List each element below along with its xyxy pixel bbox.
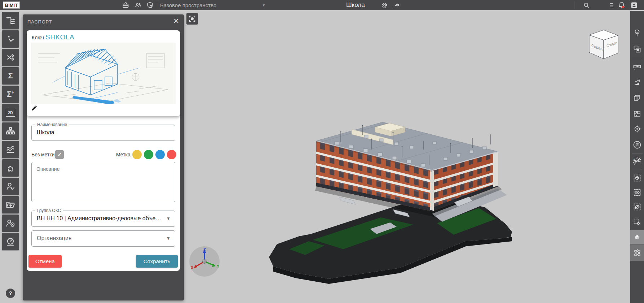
focus-point-icon (633, 125, 641, 133)
toolbar-view-2d[interactable]: 2D (2, 104, 19, 121)
tasks-list-icon[interactable] (607, 1, 614, 9)
security-shield-icon[interactable] (146, 1, 154, 9)
toolbar-shared-projects[interactable] (2, 196, 19, 213)
label-dot-green[interactable] (144, 150, 153, 159)
description-placeholder: Описание (36, 166, 59, 172)
toolbar-merge-flows[interactable] (2, 49, 19, 66)
toolbar-orbit-view[interactable] (630, 245, 644, 261)
toolbar-model-structure[interactable] (2, 12, 19, 29)
toolbar-clear-selection[interactable] (630, 215, 644, 229)
workspace-selector[interactable]: Базовое пространство ▼ (160, 0, 265, 10)
label-dot-blue[interactable] (155, 150, 165, 159)
view-cube[interactable]: Справа Сзади (586, 27, 622, 61)
label-dot-yellow[interactable] (132, 150, 142, 159)
axes-grid-icon: 12 (632, 156, 642, 166)
flag-icon (632, 140, 642, 150)
no-label-checkbox[interactable]: ✓ (55, 150, 64, 159)
toolbar-shaded-view[interactable] (630, 230, 644, 244)
right-toolbar: 12 (630, 11, 644, 303)
toolbar-user-locations[interactable] (2, 215, 19, 232)
name-field-label: Наименование (35, 122, 69, 127)
oks-group-label: Группа ОКС (35, 208, 63, 213)
application-window: BiMiT Базовое пространство ▼ Школа (0, 0, 644, 303)
toolbar-floor-plan[interactable] (630, 107, 644, 121)
user-location-icon (5, 218, 16, 228)
area-select-icon (633, 45, 641, 53)
building-model[interactable] (269, 122, 512, 284)
passport-panel: ПАСПОРТ ✕ Ключ SHKOLA (23, 14, 184, 300)
key-card: Ключ SHKOLA (27, 30, 180, 116)
toolbar-separator (632, 169, 643, 169)
orbit-icon (632, 248, 642, 258)
toolbar-area-select[interactable] (630, 42, 644, 56)
settings-gear-icon[interactable] (381, 1, 388, 9)
team-icon[interactable] (134, 1, 142, 9)
focus-icon (188, 15, 196, 23)
label-row: Без метки ✓ Метка (27, 150, 180, 160)
key-label: Ключ (32, 35, 44, 40)
2d-view-icon: 2D (6, 109, 15, 117)
user-check-icon (5, 181, 16, 191)
edit-image-pencil-icon[interactable] (31, 105, 38, 111)
close-icon[interactable]: ✕ (173, 17, 179, 25)
toolbar-plugins[interactable] (2, 159, 19, 177)
ruler-icon (633, 62, 641, 71)
top-bar: BiMiT Базовое пространство ▼ Школа (0, 0, 644, 10)
help-button[interactable]: ? (6, 289, 15, 298)
toolbar-analytics[interactable] (2, 141, 19, 158)
share-icon[interactable] (394, 1, 401, 9)
oks-group-value: ВН НН 10 | Административно-деловые объе… (37, 215, 161, 222)
toolbar-separator (632, 153, 643, 153)
toolbar-section-flip[interactable] (630, 75, 644, 89)
label-dot-red[interactable] (167, 150, 176, 159)
toolbar-measure-ruler[interactable] (630, 60, 644, 74)
toolbar-summary[interactable]: Σ (2, 67, 19, 85)
toolbar-focus-point[interactable] (630, 122, 644, 136)
toolbar-org-chart[interactable] (2, 122, 19, 140)
project-title: Школа (346, 0, 365, 10)
toolbar-user-approvals[interactable] (2, 178, 19, 195)
notifications-bell-icon[interactable] (618, 1, 625, 9)
shared-folder-icon (5, 200, 16, 210)
axis-gizmo[interactable]: Z X Y (189, 246, 220, 277)
cancel-button[interactable]: Отмена (28, 255, 62, 268)
toolbar-dashboard[interactable] (2, 233, 19, 250)
focus-model-button[interactable] (186, 13, 198, 25)
app-logo[interactable]: BiMiT (3, 1, 20, 9)
toolbar-environment-tree[interactable] (630, 26, 644, 40)
svg-text:2: 2 (636, 156, 638, 159)
check-icon: ✓ (57, 152, 62, 157)
organization-placeholder: Организация (37, 235, 72, 242)
axis-y-label: Y (217, 264, 220, 268)
clear-selection-icon (633, 218, 641, 226)
save-button[interactable]: Сохранить (136, 255, 178, 268)
model-structure-icon (5, 16, 16, 26)
passport-preview-image (31, 43, 176, 104)
toolbar-summary-add[interactable]: Σ+ (2, 86, 19, 103)
puzzle-icon (6, 163, 15, 173)
toolbar-isolate-selection[interactable] (630, 171, 644, 185)
topbar-divider (574, 1, 574, 9)
oks-group-select[interactable]: Группа ОКС ВН НН 10 | Административно-де… (31, 211, 175, 227)
projects-briefcase-icon[interactable] (122, 1, 129, 9)
chevron-down-icon: ▼ (262, 3, 265, 7)
panel-title: ПАСПОРТ (27, 19, 52, 25)
label-section-text: Метка (116, 152, 131, 157)
description-field[interactable]: Описание (31, 162, 175, 202)
graph-links-icon (6, 34, 15, 44)
gauge-icon (5, 237, 16, 247)
toolbar-show-selection[interactable] (630, 186, 644, 199)
merge-flows-icon (5, 52, 16, 62)
toolbar-flag-marker[interactable] (630, 138, 644, 152)
toolbar-graph-links[interactable] (2, 30, 19, 48)
organization-select[interactable]: Организация ▼ (31, 230, 175, 247)
name-field[interactable]: Наименование Школа (31, 125, 175, 141)
search-icon[interactable] (583, 1, 590, 9)
account-icon[interactable] (630, 1, 638, 9)
toolbar-section-cube[interactable] (630, 91, 644, 105)
toolbar-hide-selection[interactable] (630, 200, 644, 214)
workspace-label: Базовое пространство (160, 2, 216, 8)
toolbar-axes-grid[interactable]: 12 (630, 154, 644, 168)
floor-plan-icon (633, 109, 641, 118)
toolbar-separator (632, 58, 643, 58)
